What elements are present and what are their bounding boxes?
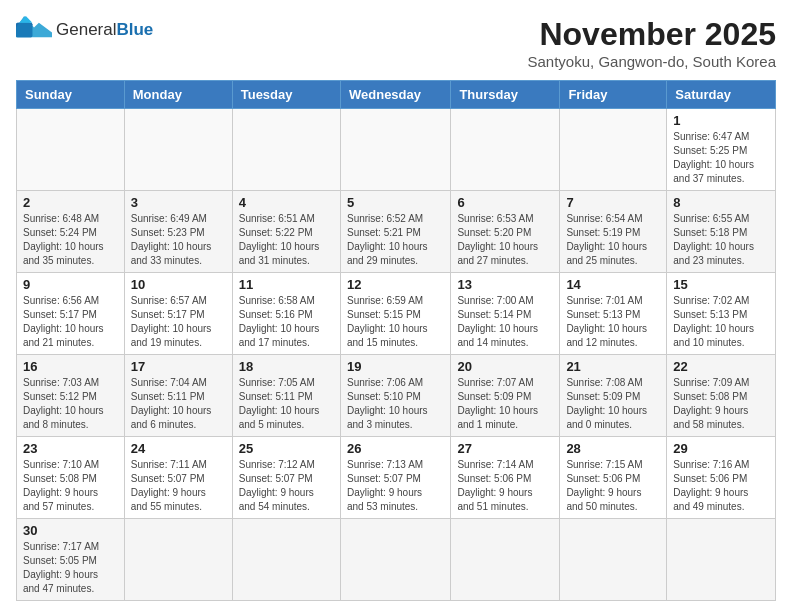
day-info: Sunrise: 6:53 AM Sunset: 5:20 PM Dayligh… <box>457 212 553 268</box>
day-number: 1 <box>673 113 769 128</box>
header-tuesday: Tuesday <box>232 81 340 109</box>
day-number: 22 <box>673 359 769 374</box>
calendar-day-cell <box>17 109 125 191</box>
calendar-day-cell: 4Sunrise: 6:51 AM Sunset: 5:22 PM Daylig… <box>232 191 340 273</box>
day-info: Sunrise: 7:00 AM Sunset: 5:14 PM Dayligh… <box>457 294 553 350</box>
calendar-subtitle: Santyoku, Gangwon-do, South Korea <box>528 53 777 70</box>
day-number: 21 <box>566 359 660 374</box>
logo-icon <box>16 16 52 44</box>
header-saturday: Saturday <box>667 81 776 109</box>
day-info: Sunrise: 6:55 AM Sunset: 5:18 PM Dayligh… <box>673 212 769 268</box>
calendar-day-cell <box>124 519 232 601</box>
day-number: 15 <box>673 277 769 292</box>
calendar-table: Sunday Monday Tuesday Wednesday Thursday… <box>16 80 776 601</box>
day-info: Sunrise: 7:12 AM Sunset: 5:07 PM Dayligh… <box>239 458 334 514</box>
calendar-day-cell: 2Sunrise: 6:48 AM Sunset: 5:24 PM Daylig… <box>17 191 125 273</box>
day-number: 14 <box>566 277 660 292</box>
day-number: 4 <box>239 195 334 210</box>
calendar-day-cell <box>340 109 450 191</box>
day-number: 6 <box>457 195 553 210</box>
calendar-day-cell: 28Sunrise: 7:15 AM Sunset: 5:06 PM Dayli… <box>560 437 667 519</box>
calendar-day-cell: 7Sunrise: 6:54 AM Sunset: 5:19 PM Daylig… <box>560 191 667 273</box>
header-friday: Friday <box>560 81 667 109</box>
day-number: 10 <box>131 277 226 292</box>
day-info: Sunrise: 6:48 AM Sunset: 5:24 PM Dayligh… <box>23 212 118 268</box>
day-info: Sunrise: 7:05 AM Sunset: 5:11 PM Dayligh… <box>239 376 334 432</box>
calendar-day-cell: 1Sunrise: 6:47 AM Sunset: 5:25 PM Daylig… <box>667 109 776 191</box>
calendar-day-cell: 30Sunrise: 7:17 AM Sunset: 5:05 PM Dayli… <box>17 519 125 601</box>
calendar-day-cell <box>451 109 560 191</box>
day-info: Sunrise: 6:57 AM Sunset: 5:17 PM Dayligh… <box>131 294 226 350</box>
day-number: 27 <box>457 441 553 456</box>
day-info: Sunrise: 7:01 AM Sunset: 5:13 PM Dayligh… <box>566 294 660 350</box>
day-info: Sunrise: 7:11 AM Sunset: 5:07 PM Dayligh… <box>131 458 226 514</box>
calendar-day-cell <box>451 519 560 601</box>
calendar-day-cell <box>232 519 340 601</box>
day-number: 29 <box>673 441 769 456</box>
calendar-day-cell: 13Sunrise: 7:00 AM Sunset: 5:14 PM Dayli… <box>451 273 560 355</box>
header-monday: Monday <box>124 81 232 109</box>
day-info: Sunrise: 6:58 AM Sunset: 5:16 PM Dayligh… <box>239 294 334 350</box>
day-info: Sunrise: 7:16 AM Sunset: 5:06 PM Dayligh… <box>673 458 769 514</box>
day-info: Sunrise: 7:04 AM Sunset: 5:11 PM Dayligh… <box>131 376 226 432</box>
calendar-day-cell: 14Sunrise: 7:01 AM Sunset: 5:13 PM Dayli… <box>560 273 667 355</box>
day-number: 18 <box>239 359 334 374</box>
calendar-day-cell: 22Sunrise: 7:09 AM Sunset: 5:08 PM Dayli… <box>667 355 776 437</box>
calendar-day-cell: 8Sunrise: 6:55 AM Sunset: 5:18 PM Daylig… <box>667 191 776 273</box>
calendar-day-cell: 3Sunrise: 6:49 AM Sunset: 5:23 PM Daylig… <box>124 191 232 273</box>
day-info: Sunrise: 6:54 AM Sunset: 5:19 PM Dayligh… <box>566 212 660 268</box>
day-number: 2 <box>23 195 118 210</box>
logo-text: GeneralBlue <box>56 21 153 40</box>
calendar-day-cell: 5Sunrise: 6:52 AM Sunset: 5:21 PM Daylig… <box>340 191 450 273</box>
day-number: 8 <box>673 195 769 210</box>
calendar-day-cell: 21Sunrise: 7:08 AM Sunset: 5:09 PM Dayli… <box>560 355 667 437</box>
day-number: 7 <box>566 195 660 210</box>
day-info: Sunrise: 7:03 AM Sunset: 5:12 PM Dayligh… <box>23 376 118 432</box>
calendar-day-cell: 15Sunrise: 7:02 AM Sunset: 5:13 PM Dayli… <box>667 273 776 355</box>
day-info: Sunrise: 7:10 AM Sunset: 5:08 PM Dayligh… <box>23 458 118 514</box>
day-number: 9 <box>23 277 118 292</box>
day-number: 28 <box>566 441 660 456</box>
calendar-week-row: 23Sunrise: 7:10 AM Sunset: 5:08 PM Dayli… <box>17 437 776 519</box>
day-info: Sunrise: 6:49 AM Sunset: 5:23 PM Dayligh… <box>131 212 226 268</box>
day-number: 16 <box>23 359 118 374</box>
day-info: Sunrise: 7:07 AM Sunset: 5:09 PM Dayligh… <box>457 376 553 432</box>
svg-rect-2 <box>16 23 32 38</box>
day-number: 17 <box>131 359 226 374</box>
day-number: 3 <box>131 195 226 210</box>
calendar-week-row: 2Sunrise: 6:48 AM Sunset: 5:24 PM Daylig… <box>17 191 776 273</box>
header-thursday: Thursday <box>451 81 560 109</box>
calendar-day-cell <box>560 519 667 601</box>
calendar-day-cell: 10Sunrise: 6:57 AM Sunset: 5:17 PM Dayli… <box>124 273 232 355</box>
calendar-day-cell <box>560 109 667 191</box>
day-number: 13 <box>457 277 553 292</box>
calendar-day-cell <box>667 519 776 601</box>
logo: GeneralBlue <box>16 16 153 44</box>
day-info: Sunrise: 7:14 AM Sunset: 5:06 PM Dayligh… <box>457 458 553 514</box>
day-info: Sunrise: 7:17 AM Sunset: 5:05 PM Dayligh… <box>23 540 118 596</box>
calendar-title: November 2025 <box>528 16 777 53</box>
day-info: Sunrise: 7:09 AM Sunset: 5:08 PM Dayligh… <box>673 376 769 432</box>
calendar-day-cell: 20Sunrise: 7:07 AM Sunset: 5:09 PM Dayli… <box>451 355 560 437</box>
day-number: 12 <box>347 277 444 292</box>
day-number: 30 <box>23 523 118 538</box>
day-info: Sunrise: 6:59 AM Sunset: 5:15 PM Dayligh… <box>347 294 444 350</box>
calendar-day-cell: 25Sunrise: 7:12 AM Sunset: 5:07 PM Dayli… <box>232 437 340 519</box>
calendar-day-cell: 29Sunrise: 7:16 AM Sunset: 5:06 PM Dayli… <box>667 437 776 519</box>
day-info: Sunrise: 7:15 AM Sunset: 5:06 PM Dayligh… <box>566 458 660 514</box>
calendar-day-cell: 12Sunrise: 6:59 AM Sunset: 5:15 PM Dayli… <box>340 273 450 355</box>
day-number: 20 <box>457 359 553 374</box>
day-info: Sunrise: 7:02 AM Sunset: 5:13 PM Dayligh… <box>673 294 769 350</box>
calendar-day-cell: 6Sunrise: 6:53 AM Sunset: 5:20 PM Daylig… <box>451 191 560 273</box>
calendar-day-cell: 26Sunrise: 7:13 AM Sunset: 5:07 PM Dayli… <box>340 437 450 519</box>
day-number: 26 <box>347 441 444 456</box>
day-number: 5 <box>347 195 444 210</box>
day-info: Sunrise: 6:51 AM Sunset: 5:22 PM Dayligh… <box>239 212 334 268</box>
calendar-day-cell: 9Sunrise: 6:56 AM Sunset: 5:17 PM Daylig… <box>17 273 125 355</box>
calendar-week-row: 1Sunrise: 6:47 AM Sunset: 5:25 PM Daylig… <box>17 109 776 191</box>
calendar-day-cell: 18Sunrise: 7:05 AM Sunset: 5:11 PM Dayli… <box>232 355 340 437</box>
calendar-day-cell <box>340 519 450 601</box>
calendar-day-cell: 11Sunrise: 6:58 AM Sunset: 5:16 PM Dayli… <box>232 273 340 355</box>
day-number: 25 <box>239 441 334 456</box>
day-info: Sunrise: 6:47 AM Sunset: 5:25 PM Dayligh… <box>673 130 769 186</box>
